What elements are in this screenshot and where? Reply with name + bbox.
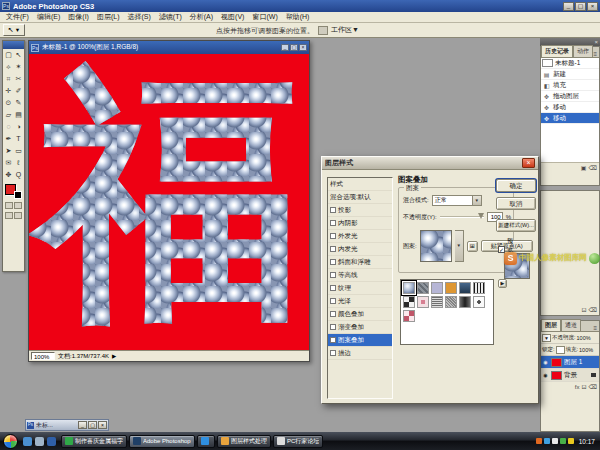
lock-buttons[interactable] bbox=[556, 346, 565, 354]
tool-button[interactable]: ✎ bbox=[14, 97, 24, 109]
style-effect-row[interactable]: 颜色叠加 bbox=[328, 308, 392, 321]
fill-value[interactable]: 100% bbox=[579, 347, 593, 353]
style-effect-row[interactable]: 等高线 bbox=[328, 269, 392, 282]
task-button[interactable] bbox=[197, 435, 215, 448]
tray-icon[interactable] bbox=[568, 438, 574, 444]
task-button[interactable]: Adobe Photoshop C... bbox=[129, 435, 195, 448]
history-state-row[interactable]: ✥ 移动 bbox=[541, 102, 599, 113]
trash-icon[interactable]: ⌫ bbox=[589, 383, 597, 391]
standard-mode-button[interactable] bbox=[14, 202, 22, 209]
opacity-slider-thumb[interactable] bbox=[478, 213, 484, 219]
menu-item[interactable]: 帮助(H) bbox=[282, 12, 314, 22]
menu-item[interactable]: 图像(I) bbox=[64, 12, 93, 22]
tool-button[interactable]: ℓ bbox=[14, 157, 24, 169]
cancel-button[interactable]: 取消 bbox=[496, 197, 536, 210]
close-button[interactable]: × bbox=[587, 2, 598, 11]
quick-launch-icon[interactable] bbox=[47, 437, 56, 446]
tool-button[interactable]: ✐ bbox=[14, 85, 24, 97]
style-effect-row[interactable]: 内阴影 bbox=[328, 217, 392, 230]
start-button[interactable] bbox=[3, 434, 18, 449]
tab-layers[interactable]: 图层 bbox=[541, 319, 561, 331]
effect-checkbox[interactable] bbox=[330, 298, 336, 304]
panel-menu-icon[interactable]: ≡ bbox=[593, 51, 599, 57]
effect-checkbox[interactable] bbox=[330, 259, 336, 265]
menu-item[interactable]: 编辑(E) bbox=[33, 12, 64, 22]
doc-minimize-button[interactable]: _ bbox=[281, 44, 289, 51]
layer-style-icon[interactable]: fx bbox=[575, 383, 580, 391]
menu-item[interactable]: 选择(S) bbox=[123, 12, 154, 22]
status-arrow-icon[interactable]: ▶ bbox=[112, 353, 116, 359]
pattern-swatch[interactable] bbox=[431, 296, 443, 308]
pattern-swatch[interactable] bbox=[403, 310, 415, 322]
tool-button[interactable]: ▤ bbox=[14, 109, 24, 121]
menu-item[interactable]: 图层(L) bbox=[93, 12, 124, 22]
effect-checkbox[interactable] bbox=[330, 350, 336, 356]
dialog-title-bar[interactable]: 图层样式 × bbox=[322, 157, 538, 170]
tool-button[interactable]: ✂ bbox=[14, 73, 24, 85]
style-effect-row[interactable]: 纹理 bbox=[328, 282, 392, 295]
effect-checkbox[interactable] bbox=[330, 324, 336, 330]
task-button[interactable]: 制作喜庆金属福字贴... bbox=[61, 435, 127, 448]
style-effect-row[interactable]: 内发光 bbox=[328, 243, 392, 256]
screen-mode-button-2[interactable] bbox=[14, 212, 22, 219]
effect-checkbox[interactable] bbox=[330, 246, 336, 252]
tray-icon[interactable] bbox=[560, 438, 566, 444]
tool-button[interactable]: ✉ bbox=[4, 157, 14, 169]
pattern-swatch[interactable] bbox=[459, 296, 471, 308]
tool-button[interactable]: ⌗ bbox=[4, 73, 14, 85]
minimized-document-window[interactable]: Ps 未标... _ ▢ × bbox=[25, 419, 109, 431]
menu-item[interactable]: 文件(F) bbox=[2, 12, 33, 22]
blending-options-row[interactable]: 混合选项:默认 bbox=[328, 191, 392, 204]
tab-history[interactable]: 历史记录 bbox=[541, 45, 573, 57]
history-state-row[interactable]: ✥ 移动 bbox=[541, 113, 599, 124]
new-snapshot-icon[interactable]: ▣ bbox=[581, 164, 587, 172]
pattern-swatch[interactable] bbox=[473, 282, 485, 294]
minimize-button[interactable]: _ bbox=[563, 2, 574, 11]
effect-checkbox[interactable] bbox=[330, 337, 336, 343]
layer-row[interactable]: ◉ 图层 1 bbox=[541, 356, 599, 369]
pattern-swatch[interactable] bbox=[445, 296, 457, 308]
styles-header-row[interactable]: 样式 bbox=[328, 178, 392, 191]
tool-button[interactable]: ▱ bbox=[4, 109, 14, 121]
quick-launch-icon[interactable] bbox=[35, 437, 44, 446]
dialog-close-button[interactable]: × bbox=[522, 158, 535, 168]
maximize-button[interactable]: ▢ bbox=[88, 421, 97, 429]
tab-channels[interactable]: 通道 bbox=[561, 319, 581, 331]
trash-icon[interactable]: ⌫ bbox=[589, 306, 597, 314]
pattern-swatch[interactable] bbox=[417, 282, 429, 294]
new-preset-button[interactable]: ⊞ bbox=[467, 241, 478, 252]
menu-item[interactable]: 滤镜(T) bbox=[155, 12, 186, 22]
style-effect-row[interactable]: 光泽 bbox=[328, 295, 392, 308]
tool-button[interactable]: ➤ bbox=[4, 145, 14, 157]
effect-checkbox[interactable] bbox=[330, 233, 336, 239]
tool-button[interactable]: Q bbox=[14, 169, 24, 181]
background-color-swatch[interactable] bbox=[14, 191, 22, 199]
pattern-picker-dropdown[interactable]: ▼ bbox=[455, 230, 464, 262]
opacity-slider[interactable] bbox=[440, 216, 484, 218]
tool-button[interactable]: ◌ bbox=[4, 121, 14, 133]
style-effect-row[interactable]: 外发光 bbox=[328, 230, 392, 243]
restore-button[interactable]: _ bbox=[78, 421, 87, 429]
new-style-button[interactable]: 新建样式(W)... bbox=[496, 219, 536, 232]
zoom-level-field[interactable]: 100% bbox=[31, 352, 55, 360]
tool-button[interactable]: ↖ bbox=[14, 49, 24, 61]
trash-icon[interactable]: ⌫ bbox=[589, 164, 597, 172]
tool-palette-header[interactable] bbox=[3, 41, 24, 49]
task-button[interactable]: PC行家论坛 bbox=[273, 435, 323, 448]
style-effect-row[interactable]: 投影 bbox=[328, 204, 392, 217]
effect-checkbox[interactable] bbox=[330, 220, 336, 226]
task-button[interactable]: 图层样式处理 bbox=[217, 435, 271, 448]
tray-icon[interactable] bbox=[536, 438, 542, 444]
pattern-swatch[interactable] bbox=[473, 296, 485, 308]
tool-button[interactable]: ✛ bbox=[4, 85, 14, 97]
pattern-swatch[interactable] bbox=[403, 296, 415, 308]
history-snapshot-row[interactable]: 未标题-1 bbox=[541, 58, 599, 69]
effect-checkbox[interactable] bbox=[330, 272, 336, 278]
history-state-row[interactable]: ◧ 填充 bbox=[541, 80, 599, 91]
document-title-bar[interactable]: Ps 未标题-1 @ 100%(图层 1,RGB/8) _ ▢ × bbox=[29, 41, 309, 54]
ok-button[interactable]: 确定 bbox=[496, 179, 536, 192]
eye-icon[interactable]: ◉ bbox=[542, 359, 549, 365]
tool-button[interactable]: ✒ bbox=[4, 133, 14, 145]
style-effect-row[interactable]: 渐变叠加 bbox=[328, 321, 392, 334]
maximize-button[interactable]: ▢ bbox=[575, 2, 586, 11]
